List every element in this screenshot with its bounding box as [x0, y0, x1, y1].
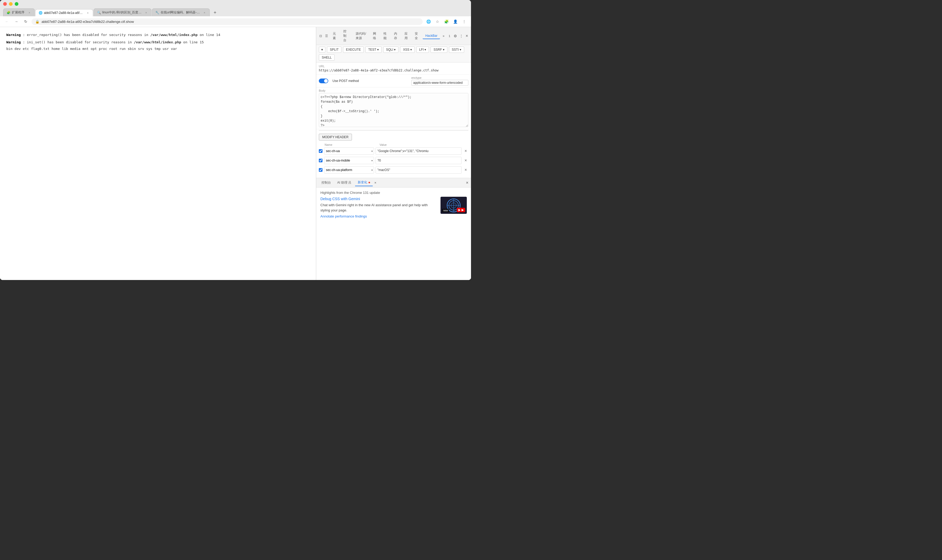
header-row-2: ▾ × [319, 157, 469, 164]
post-method-label: Use POST method [333, 79, 359, 83]
tab-url[interactable]: 🔧 在线url网址编码、解码器-BeJS... × [152, 8, 210, 16]
tab-url-close[interactable]: × [203, 11, 206, 14]
header-1-dropdown-arrow[interactable]: ▾ [370, 150, 374, 152]
tab-ext[interactable]: 🧩 扩展程序 × [3, 8, 35, 16]
header-3-dropdown-arrow[interactable]: ▾ [370, 169, 374, 172]
devtools-tab-elements[interactable]: 元素 [330, 31, 339, 42]
tab-challenge[interactable]: 🌐 abb07e87-2a88-4e1a-a6f2-... × [35, 9, 93, 16]
forward-button[interactable]: → [12, 18, 20, 25]
hackbar-execute-btn[interactable]: EXECUTE [343, 46, 364, 53]
page-content: Warning : error_reporting() has been dis… [0, 27, 316, 280]
devtools-notification[interactable]: 1 [447, 32, 452, 40]
header-2-name-dropdown[interactable]: ▾ [324, 157, 374, 164]
hackbar-toolbar: ▼ SPLIT EXECUTE TEST ▾ SQLI ▾ XSS ▾ LFI … [316, 45, 471, 63]
tab-linux[interactable]: 🔍 linux中的./和/的区别_百度搜索 × [94, 8, 151, 16]
warning-1-message: : error_reporting() has been disabled fo… [23, 33, 150, 37]
menu-button[interactable]: ⋮ [461, 18, 468, 25]
whats-new-thumbnail: ▶ new [441, 197, 467, 214]
minimize-window-button[interactable] [9, 2, 12, 6]
hackbar-url-value[interactable]: https://abb07e87-2a88-4e1a-a6f2-e3ea7cfd… [319, 69, 469, 72]
devtools-tab-performance[interactable]: 性能 [381, 31, 390, 42]
header-1-value-input[interactable] [376, 147, 461, 155]
devtools-close-button[interactable]: × [465, 33, 469, 39]
header-2-delete-btn[interactable]: × [463, 158, 469, 163]
tabs-bar: 🧩 扩展程序 × 🌐 abb07e87-2a88-4e1a-a6f2-... ×… [3, 8, 468, 16]
devtools-tab-security[interactable]: 安全 [412, 31, 422, 42]
header-1-delete-btn[interactable]: × [463, 148, 469, 154]
header-1-checkbox[interactable] [319, 149, 322, 153]
header-3-checkbox[interactable] [319, 168, 322, 172]
header-3-value-input[interactable] [376, 166, 461, 174]
hackbar-ssrf-btn[interactable]: SSRF ▾ [430, 46, 447, 53]
post-method-toggle[interactable] [319, 78, 328, 83]
address-bar[interactable]: 🔒 abb07e87-2a88-4e1a-a6f2-e3ea7cfd8b22.c… [32, 18, 422, 25]
enctype-section: enctype application/x-www-form-urlencode… [411, 76, 469, 86]
tab-linux-title: linux中的./和/的区别_百度搜索 [102, 10, 143, 15]
hackbar-shell-btn[interactable]: SHELL [319, 54, 335, 61]
tab-ext-close[interactable]: × [28, 11, 31, 14]
bookmark-button[interactable]: ☆ [434, 18, 441, 25]
hackbar-test-btn[interactable]: TEST ▾ [365, 46, 382, 53]
header-1-name-input[interactable] [324, 148, 370, 154]
browser-toolbar: ← → ↻ 🔒 abb07e87-2a88-4e1a-a6f2-e3ea7cfd… [0, 16, 471, 27]
header-2-name-input[interactable] [324, 157, 370, 164]
bottom-panel-close[interactable]: × [466, 180, 469, 185]
header-1-name-dropdown[interactable]: ▾ [324, 147, 374, 155]
bottom-content: Highlights from the Chrome 131 update De… [316, 188, 471, 220]
enctype-select[interactable]: application/x-www-form-urlencoded multip… [411, 80, 469, 86]
close-window-button[interactable] [3, 2, 7, 6]
tab-url-title: 在线url网址编码、解码器-BeJS... [160, 10, 201, 15]
devtools-tab-network[interactable]: 网络 [370, 31, 380, 42]
devtools-pointer-icon[interactable]: ⊡ [318, 32, 323, 40]
warning-2: Warning : ini_set() has been disabled fo… [6, 40, 310, 45]
hackbar-split-btn[interactable]: SPLIT [327, 46, 341, 53]
header-3-delete-btn[interactable]: × [463, 167, 469, 172]
new-tab-button[interactable]: + [211, 9, 219, 16]
hackbar-arrow-btn[interactable]: ▼ [319, 47, 325, 52]
tab-linux-close[interactable]: × [144, 11, 148, 14]
bottom-tab-console[interactable]: 控制台 [319, 179, 333, 186]
header-2-checkbox[interactable] [319, 158, 322, 162]
bottom-close-tab[interactable]: × [374, 181, 376, 185]
enctype-label: enctype [411, 76, 469, 79]
warning-2-line: on line 15 [183, 40, 204, 44]
extensions-button[interactable]: 🧩 [442, 18, 450, 25]
devtools-tab-memory[interactable]: 内存 [392, 31, 401, 42]
devtools-inspect-icon[interactable]: ☰ [324, 32, 329, 40]
devtools-more-options[interactable]: ⋮ [459, 32, 464, 40]
bottom-tab-new[interactable]: 新变化 [355, 179, 373, 186]
modify-header-btn[interactable]: MODIFY HEADER [319, 134, 352, 140]
header-2-value-input[interactable] [376, 157, 461, 164]
header-2-dropdown-arrow[interactable]: ▾ [370, 159, 374, 162]
translate-button[interactable]: 🌐 [425, 18, 432, 25]
profile-button[interactable]: 👤 [452, 18, 459, 25]
tab-ext-title: 扩展程序 [12, 10, 26, 15]
header-3-name-input[interactable] [324, 166, 370, 173]
devtools-tab-sources[interactable]: 源代码/来源 [353, 31, 369, 42]
title-bar: 🧩 扩展程序 × 🌐 abb07e87-2a88-4e1a-a6f2-... ×… [0, 0, 471, 16]
devtools-settings-icon[interactable]: ⚙ [453, 32, 458, 40]
hackbar-lfi-btn[interactable]: LFI ▾ [416, 46, 429, 53]
debug-css-heading[interactable]: Debug CSS with Gemini [321, 197, 436, 201]
devtools-tab-hackbar[interactable]: HackBar [422, 33, 440, 39]
hackbar-sqli-btn[interactable]: SQLI ▾ [383, 46, 399, 53]
hackbar-options-row: Use POST method enctype application/x-ww… [316, 75, 471, 88]
maximize-window-button[interactable] [15, 2, 19, 6]
bottom-tab-ai[interactable]: AI 助理 吕 [335, 179, 354, 186]
header-3-name-dropdown[interactable]: ▾ [324, 166, 374, 174]
hackbar-ssti-btn[interactable]: SSTI ▾ [449, 46, 464, 53]
devtools-more-tabs[interactable]: » [441, 33, 446, 39]
reload-button[interactable]: ↻ [22, 18, 29, 25]
bottom-panel-tabs: 控制台 AI 助理 吕 新变化 × × [316, 178, 471, 188]
body-textarea[interactable]: c=?><?php $a=new DirectoryIterator("glob… [319, 93, 469, 127]
tab-challenge-close[interactable]: × [86, 11, 89, 15]
toolbar-icons: 🌐 ☆ 🧩 👤 ⋮ [425, 18, 468, 25]
devtools-tab-application[interactable]: 应用 [402, 31, 411, 42]
back-button[interactable]: ← [3, 18, 11, 25]
devtools-tab-console[interactable]: 控制台 [341, 28, 352, 44]
whats-new-card: Debug CSS with Gemini Chat with Gemini r… [321, 197, 467, 218]
annotate-link[interactable]: Annotate performance findings [321, 214, 436, 218]
lock-icon: 🔒 [35, 20, 39, 24]
hackbar-panel: ▼ SPLIT EXECUTE TEST ▾ SQLI ▾ XSS ▾ LFI … [316, 45, 471, 280]
hackbar-xss-btn[interactable]: XSS ▾ [400, 46, 415, 53]
